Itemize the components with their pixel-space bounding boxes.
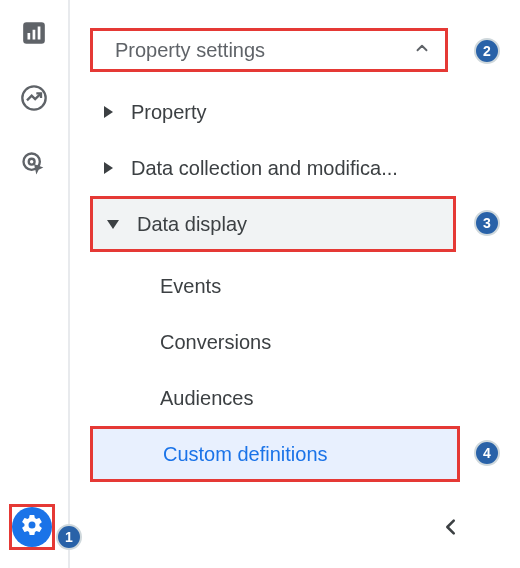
sub-item-label: Audiences bbox=[160, 387, 253, 410]
tree-item-data-collection[interactable]: Data collection and modifica... bbox=[90, 140, 520, 196]
tree-item-property[interactable]: Property bbox=[90, 84, 520, 140]
sub-item-label: Custom definitions bbox=[163, 443, 328, 466]
svg-rect-1 bbox=[28, 33, 31, 40]
section-title: Property settings bbox=[115, 39, 265, 62]
data-display-children: Events Conversions Audiences Custom defi… bbox=[90, 258, 520, 482]
step-badge-4: 4 bbox=[474, 440, 500, 466]
tree-item-label: Data collection and modifica... bbox=[131, 157, 398, 180]
step-badge-1: 1 bbox=[56, 524, 82, 550]
property-settings-header[interactable]: Property settings bbox=[90, 28, 448, 72]
svg-point-6 bbox=[29, 159, 35, 165]
step-badge-3: 3 bbox=[474, 210, 500, 236]
tree-item-data-display[interactable]: Data display bbox=[90, 196, 456, 252]
sub-item-custom-definitions[interactable]: Custom definitions bbox=[90, 426, 460, 482]
caret-right-icon bbox=[104, 106, 113, 118]
sub-item-label: Conversions bbox=[160, 331, 271, 354]
bar-chart-icon[interactable] bbox=[21, 20, 47, 46]
nav-icon-rail bbox=[0, 0, 70, 568]
sub-item-audiences[interactable]: Audiences bbox=[90, 370, 520, 426]
tree-item-label: Property bbox=[131, 101, 207, 124]
sub-item-label: Events bbox=[160, 275, 221, 298]
collapse-panel-button[interactable] bbox=[440, 516, 462, 542]
tree-item-label: Data display bbox=[137, 213, 247, 236]
svg-rect-2 bbox=[33, 30, 36, 40]
sub-item-conversions[interactable]: Conversions bbox=[90, 314, 520, 370]
admin-gear-highlight bbox=[9, 504, 55, 550]
caret-down-icon bbox=[107, 220, 119, 229]
sub-item-events[interactable]: Events bbox=[90, 258, 520, 314]
gear-icon bbox=[20, 513, 44, 541]
step-badge-2: 2 bbox=[474, 38, 500, 64]
caret-right-icon bbox=[104, 162, 113, 174]
admin-gear-button[interactable] bbox=[12, 507, 52, 547]
svg-rect-3 bbox=[38, 27, 41, 40]
settings-panel: Property settings Property Data collecti… bbox=[90, 0, 520, 568]
chevron-up-icon bbox=[413, 39, 431, 62]
trend-icon[interactable] bbox=[20, 84, 48, 112]
click-icon[interactable] bbox=[20, 150, 48, 178]
